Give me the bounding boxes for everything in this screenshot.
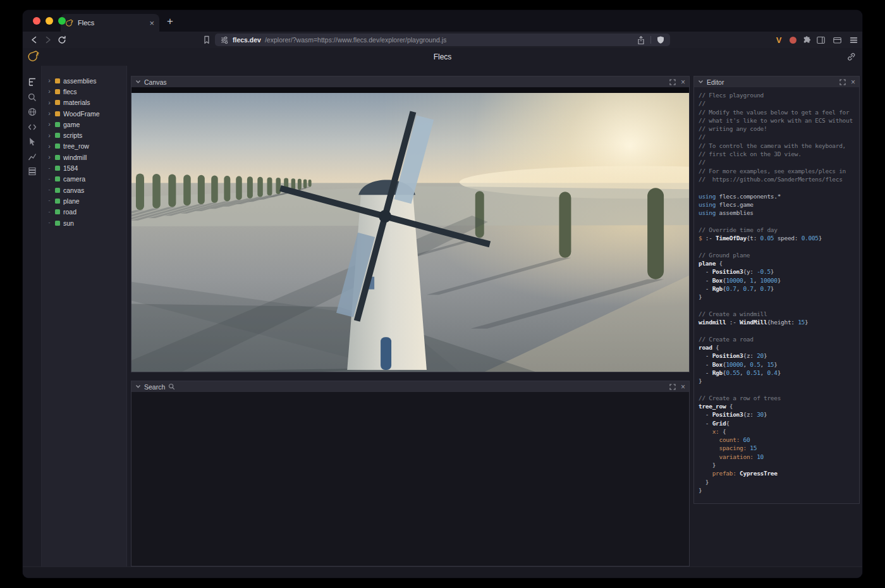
tree-item-materials[interactable]: ›materials (42, 97, 126, 108)
search-icon[interactable] (27, 92, 37, 102)
script-icon[interactable] (27, 122, 37, 132)
search-results-area[interactable] (131, 392, 689, 566)
expand-icon[interactable] (839, 79, 846, 85)
close-icon[interactable]: × (681, 78, 685, 86)
entity-color-square (55, 209, 60, 214)
expand-chevron-icon[interactable]: › (47, 143, 52, 150)
expand-icon[interactable] (669, 79, 676, 85)
search-panel: Search × (131, 381, 690, 567)
entity-label: scripts (63, 132, 82, 139)
tree-item-game[interactable]: ›game (42, 119, 126, 130)
code-line: $ :- TimeOfDay{t: 0.05 speed: 0.005} (699, 234, 859, 242)
entity-label: canvas (63, 187, 84, 194)
tree-item-camera[interactable]: -camera (42, 174, 126, 185)
expand-icon[interactable] (669, 384, 676, 390)
entity-color-square (55, 144, 60, 149)
page-title: Flecs (23, 52, 862, 61)
expand-chevron-icon[interactable]: › (47, 132, 52, 139)
tree-item-windmill[interactable]: ›windmill (42, 152, 126, 162)
leaf-dash-icon: - (47, 198, 52, 204)
tree-item-tree_row[interactable]: ›tree_row (42, 141, 126, 152)
tree-item-scripts[interactable]: ›scripts (42, 130, 126, 140)
editor-code[interactable]: // Flecs playground//// Modify the value… (694, 87, 859, 503)
entity-color-square (55, 100, 60, 105)
traffic-lights (33, 17, 66, 25)
data-tables-icon[interactable] (27, 166, 37, 176)
divider (650, 36, 651, 44)
code-line: // Override time of day (699, 226, 859, 234)
close-icon[interactable]: × (681, 383, 685, 391)
expand-chevron-icon[interactable]: › (47, 154, 52, 161)
code-line: // what it's like to work with an ECS wi… (699, 116, 859, 125)
entity-label: tree_row (63, 142, 89, 150)
code-line: } (699, 461, 859, 469)
tree-item-road[interactable]: -road (42, 207, 126, 217)
inspect-cursor-icon[interactable] (27, 137, 37, 147)
site-settings-icon[interactable] (220, 35, 229, 44)
editor-panel: Editor × // Flecs playground//// Modify … (693, 76, 860, 504)
browser-window: Flecs × + flecs.dev/explorer/?wasm=https… (23, 10, 862, 578)
expand-chevron-icon[interactable]: › (47, 77, 52, 84)
code-line: - Position3{z: 30} (699, 410, 859, 419)
code-line: plane { (699, 259, 859, 267)
forward-button[interactable] (43, 35, 53, 45)
tree-item-canvas[interactable]: -canvas (42, 185, 126, 195)
tree-item-assemblies[interactable]: ›assemblies (42, 75, 126, 86)
code-line: - Grid{ (699, 419, 859, 427)
tab-title: Flecs (78, 19, 145, 27)
extensions-puzzle-icon[interactable] (802, 35, 812, 45)
reload-button[interactable] (57, 35, 67, 45)
world-icon[interactable] (27, 107, 37, 117)
expand-chevron-icon[interactable]: › (47, 121, 52, 128)
close-window-button[interactable] (33, 17, 40, 25)
tab-close-icon[interactable]: × (149, 19, 154, 27)
expand-chevron-icon[interactable]: › (47, 99, 52, 106)
code-line: // Create a road (699, 335, 859, 343)
collapse-chevron-icon[interactable] (698, 80, 704, 84)
address-bar[interactable]: flecs.dev/explorer/?wasm=https://www.fle… (215, 34, 670, 46)
code-line: - Box{10000, 1, 10000} (699, 276, 859, 285)
extension-red-dot-icon[interactable] (788, 35, 798, 45)
close-icon[interactable]: × (851, 78, 855, 86)
sidebar-toggle-icon[interactable] (815, 35, 826, 45)
expand-chevron-icon[interactable]: › (47, 110, 52, 117)
leaf-dash-icon: - (47, 166, 52, 171)
app-header: Flecs (23, 48, 862, 66)
code-line (699, 385, 859, 393)
entity-label: road (63, 208, 76, 216)
code-line: } (699, 486, 859, 494)
tree-item-sun[interactable]: -sun (42, 217, 126, 228)
wallet-icon[interactable] (832, 35, 842, 45)
canvas-3d-scene[interactable] (131, 93, 689, 372)
entity-label: sun (63, 219, 74, 227)
search-panel-header: Search × (131, 381, 689, 392)
tree-item-WoodFrame[interactable]: ›WoodFrame (42, 108, 126, 119)
page-footer (23, 567, 862, 578)
zoom-window-button[interactable] (58, 17, 66, 25)
browser-tab-flecs[interactable]: Flecs × (61, 14, 159, 32)
menu-icon[interactable] (848, 35, 858, 45)
expand-chevron-icon[interactable]: › (47, 88, 52, 95)
extension-v-icon[interactable]: V (774, 35, 784, 45)
code-line: // first click on the 3D view. (699, 150, 859, 158)
collapse-chevron-icon[interactable] (135, 384, 141, 389)
new-tab-button[interactable]: + (167, 16, 173, 27)
back-button[interactable] (29, 35, 39, 45)
code-line: // (699, 99, 859, 107)
minimize-window-button[interactable] (46, 17, 53, 25)
bookmark-icon[interactable] (202, 35, 212, 45)
entity-label: WoodFrame (63, 110, 100, 118)
share-icon[interactable] (637, 35, 645, 45)
entity-tree-icon[interactable] (27, 77, 37, 87)
stats-chart-icon[interactable] (27, 152, 37, 162)
tree-item-1584[interactable]: -1584 (42, 162, 126, 173)
entity-color-square (55, 188, 60, 193)
brave-shield-icon[interactable] (656, 35, 665, 45)
flecs-explorer-page: Flecs ›assemblies›flecs›materials›WoodFr… (23, 48, 862, 578)
code-line: - Position3{y: -0.5} (699, 267, 859, 276)
tree-item-flecs[interactable]: ›flecs (42, 86, 126, 97)
entity-color-square (55, 122, 60, 127)
tree-item-plane[interactable]: -plane (42, 195, 126, 206)
share-link-icon[interactable] (846, 52, 856, 64)
collapse-chevron-icon[interactable] (135, 80, 141, 84)
